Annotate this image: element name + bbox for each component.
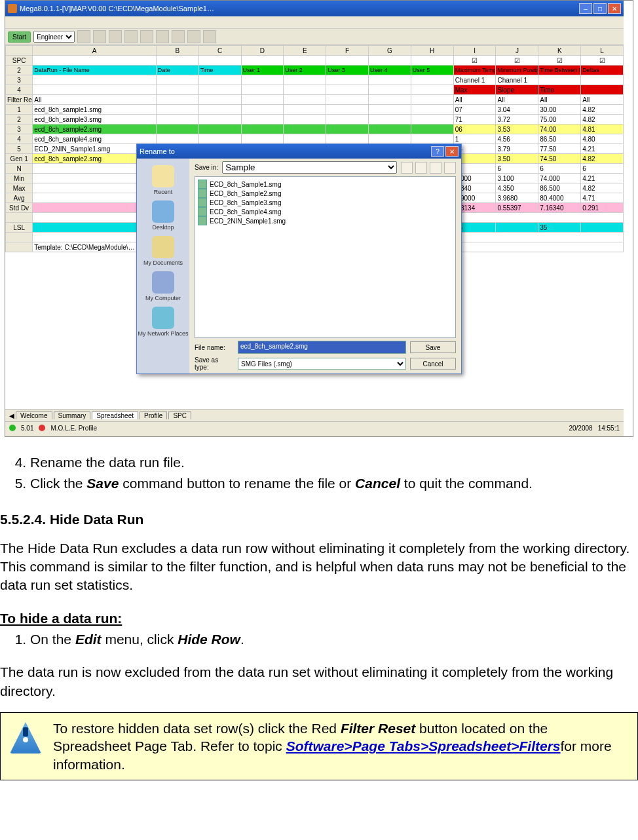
cancel-button[interactable]: Cancel — [410, 358, 456, 370]
metric-row: 4 MaxSlopeTime — [6, 85, 624, 95]
section-heading: 5.5.2.4. Hide Data Run — [0, 512, 638, 527]
tab-spreadsheet[interactable]: Spreadsheet — [92, 411, 138, 419]
paragraph: The data run is now excluded from the da… — [0, 663, 638, 700]
tab-summary[interactable]: Summary — [54, 411, 91, 419]
app-window: Mega8.0.1.1-[V]MAP.V0.00 C:\ECD\MegaModu… — [5, 1, 624, 436]
maximize-button[interactable]: □ — [593, 3, 607, 14]
close-button[interactable]: ✕ — [608, 3, 621, 14]
places-bar: Recent Desktop My Documents My Computer … — [137, 159, 189, 373]
step-5: Click the Save command button to rename … — [30, 474, 638, 493]
status-led-green — [9, 425, 16, 431]
file-icon — [198, 189, 207, 198]
save-button[interactable]: Save — [410, 341, 456, 353]
filter-row[interactable]: Filter Reset All AllAllAllAll — [6, 95, 624, 105]
place-network[interactable]: My Network Places — [138, 307, 188, 337]
back-icon[interactable] — [401, 162, 413, 174]
toolbar: Start Engineer — [5, 29, 624, 45]
status-date: 20/2008 — [569, 425, 592, 432]
list-item: ECD_8ch_Sample3.smg — [198, 198, 453, 207]
application-screenshot: Mega8.0.1.1-[V]MAP.V0.00 C:\ECD\MegaModu… — [5, 0, 633, 437]
tab-spc[interactable]: SPC — [168, 411, 191, 419]
file-name-label: File name: — [195, 344, 234, 351]
document-body: Rename the data run file. Click the Save… — [0, 453, 638, 793]
category-header-row: 2 DataRun - File Name Date Time User 1 U… — [6, 66, 624, 75]
note-box: To restore hidden data set row(s) click … — [0, 712, 638, 780]
menu-bar[interactable] — [5, 16, 624, 29]
place-desktop[interactable]: Desktop — [152, 200, 174, 231]
dialog-title-bar: Rename to ? ✕ — [137, 144, 461, 159]
status-value: 5.01 — [21, 425, 33, 432]
list-item: ECD_8ch_Sample1.smg — [198, 180, 453, 189]
place-computer[interactable]: My Computer — [145, 271, 181, 301]
app-title: Mega8.0.1.1-[V]MAP.V0.00 C:\ECD\MegaModu… — [20, 5, 214, 12]
step-1: On the Edit menu, click Hide Row. — [30, 630, 638, 649]
dialog-help-button[interactable]: ? — [431, 146, 444, 157]
list-item: ECD_8ch_Sample4.smg — [198, 207, 453, 216]
toolbar-icon[interactable] — [172, 30, 185, 43]
info-icon — [7, 719, 44, 756]
views-icon[interactable] — [444, 162, 456, 174]
status-time: 14:55:1 — [598, 425, 620, 432]
tab-welcome[interactable]: Welcome — [16, 411, 52, 419]
minimize-button[interactable]: – — [579, 3, 592, 14]
file-name-input[interactable]: ecd_8ch_sample2.smg — [238, 341, 406, 354]
tab-profile[interactable]: Profile — [140, 411, 167, 419]
status-led-red — [39, 425, 45, 431]
step-4: Rename the data run file. — [30, 453, 638, 472]
spreadsheet-area: ABC DEF GHI JKL SPC ☑ ☑ ☑ ☑ — [5, 45, 624, 409]
file-list[interactable]: ECD_8ch_Sample1.smg ECD_8ch_Sample2.smg … — [195, 176, 456, 338]
place-documents[interactable]: My Documents — [143, 236, 183, 266]
start-button[interactable]: Start — [8, 31, 31, 43]
toolbar-icon[interactable] — [109, 30, 122, 43]
status-bar: 5.01 M.O.L.E. Profile 20/2008 14:55:1 — [5, 421, 624, 434]
toolbar-icon[interactable] — [187, 30, 200, 43]
dialog-title: Rename to — [140, 147, 175, 155]
list-item: ECD_8ch_Sample2.smg — [198, 189, 453, 198]
sub-heading: To hide a data run: — [0, 609, 638, 628]
file-icon — [198, 198, 207, 207]
page-tabs: ◀ Welcome Summary Spreadsheet Profile SP… — [5, 409, 624, 421]
role-dropdown[interactable]: Engineer — [33, 31, 75, 43]
file-icon — [198, 216, 207, 225]
table-row[interactable]: 1 ecd_8ch_sample1.smg 073.0430.004.82 — [6, 105, 624, 115]
table-row[interactable]: 4 ecd_8ch_sample4.smg 14.5686.504.80 — [6, 134, 624, 144]
save-type-dropdown[interactable]: SMG Files (.smg) — [238, 358, 406, 370]
file-icon — [198, 180, 207, 189]
file-icon — [198, 207, 207, 216]
list-item: ECD_2NIN_Sample1.smg — [198, 216, 453, 225]
place-recent[interactable]: Recent — [152, 165, 174, 195]
app-icon — [8, 4, 17, 13]
note-link[interactable]: Software>Page Tabs>Spreadsheet>Filters — [286, 738, 561, 754]
table-row-selected[interactable]: 3 ecd_8ch_sample2.smg 063.5374.004.81 — [6, 124, 624, 134]
title-bar: Mega8.0.1.1-[V]MAP.V0.00 C:\ECD\MegaModu… — [5, 1, 624, 16]
checkbox-row: SPC ☑ ☑ ☑ ☑ — [6, 56, 624, 66]
column-header-row: ABC DEF GHI JKL — [6, 46, 624, 56]
save-type-label: Save as type: — [195, 356, 234, 371]
save-in-dropdown[interactable]: Sample — [222, 161, 397, 174]
toolbar-icon[interactable] — [77, 30, 90, 43]
table-row[interactable]: 2 ecd_8ch_sample3.smg 713.7275.004.82 — [6, 115, 624, 124]
paragraph: The Hide Data Run excludes a data run ro… — [0, 539, 638, 595]
toolbar-icon[interactable] — [156, 30, 169, 43]
toolbar-icon[interactable] — [93, 30, 106, 43]
save-dialog: Rename to ? ✕ Recent Desktop My Document… — [136, 143, 462, 374]
new-folder-icon[interactable] — [430, 162, 441, 174]
save-in-label: Save in: — [195, 164, 218, 171]
toolbar-icon[interactable] — [124, 30, 138, 43]
dialog-close-button[interactable]: ✕ — [445, 146, 459, 157]
status-message: M.O.L.E. Profile — [50, 425, 97, 432]
tab-scroll-left[interactable]: ◀ — [9, 412, 14, 419]
up-icon[interactable] — [415, 162, 427, 174]
toolbar-icon[interactable] — [140, 30, 153, 43]
toolbar-icon[interactable] — [203, 30, 216, 43]
channel-row: 3 Channel 1Channel 1 — [6, 75, 624, 85]
